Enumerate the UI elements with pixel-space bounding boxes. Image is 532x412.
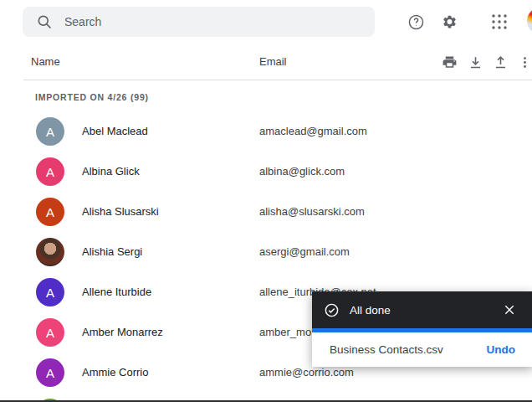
page-background: [0, 402, 532, 410]
contact-photo-avatar[interactable]: [36, 238, 64, 266]
contact-name: Alisha Slusarski: [82, 205, 159, 218]
list-header: Name Email: [0, 44, 532, 80]
contact-email: asergi@gmail.com: [259, 245, 350, 258]
contact-row[interactable]: [0, 393, 532, 402]
check-circle-icon: [324, 302, 340, 318]
contact-email: albina@glick.com: [259, 165, 345, 178]
contact-name: Albina Glick: [82, 165, 140, 178]
contact-row[interactable]: AAbel Macleadamaclead@gmail.com: [0, 111, 532, 152]
import-done-toast: All done Business Contacts.csv Undo: [312, 291, 532, 367]
google-contacts-window: Search Name Email: [0, 0, 532, 402]
contact-name: Amber Monarrez: [82, 326, 163, 338]
contact-name: Ammie Corrio: [82, 366, 148, 379]
undo-button[interactable]: Undo: [482, 342, 521, 358]
contact-initial-avatar[interactable]: A: [36, 278, 64, 306]
contact-initial-avatar[interactable]: A: [36, 157, 64, 186]
contact-name: Alishia Sergi: [82, 245, 142, 258]
contact-initial-avatar[interactable]: [36, 399, 64, 402]
top-bar: Search: [0, 0, 532, 44]
contact-initial-avatar[interactable]: A: [36, 117, 64, 146]
contact-initial-avatar[interactable]: A: [36, 318, 64, 347]
column-header-name: Name: [31, 55, 60, 68]
search-icon: [36, 13, 53, 30]
contact-email: amaclead@gmail.com: [259, 125, 367, 137]
contact-initial-avatar[interactable]: A: [36, 198, 64, 226]
apps-grid-icon[interactable]: [483, 5, 516, 39]
contact-initial-avatar[interactable]: A: [36, 358, 64, 387]
contact-name: Abel Maclead: [82, 125, 148, 137]
contact-email: amber_mon: [259, 326, 317, 338]
contact-email: ammie@corrio.com: [259, 366, 354, 379]
contact-row[interactable]: AAlbina Glickalbina@glick.com: [0, 152, 532, 192]
toast-header: All done: [312, 291, 532, 328]
search-input[interactable]: Search: [23, 7, 375, 37]
contact-email: alisha@slusarski.com: [259, 205, 365, 218]
toast-file-name: Business Contacts.csv: [330, 343, 482, 356]
close-icon[interactable]: [497, 301, 522, 319]
help-icon[interactable]: [399, 5, 432, 39]
toast-title: All done: [350, 304, 497, 317]
contact-row[interactable]: AAlisha Slusarskialisha@slusarski.com: [0, 192, 532, 232]
contact-name: Allene Iturbide: [82, 286, 151, 298]
more-options-icon[interactable]: [509, 46, 532, 78]
column-header-email: Email: [259, 55, 287, 68]
settings-gear-icon[interactable]: [432, 5, 466, 39]
search-placeholder: Search: [64, 15, 101, 28]
header-divider: [23, 80, 532, 80]
section-label-imported: IMPORTED ON 4/26 (99): [35, 92, 149, 102]
account-avatar[interactable]: [527, 8, 532, 34]
toast-body: Business Contacts.csv Undo: [312, 332, 532, 367]
contact-row[interactable]: Alishia Sergiasergi@gmail.com: [0, 232, 532, 272]
